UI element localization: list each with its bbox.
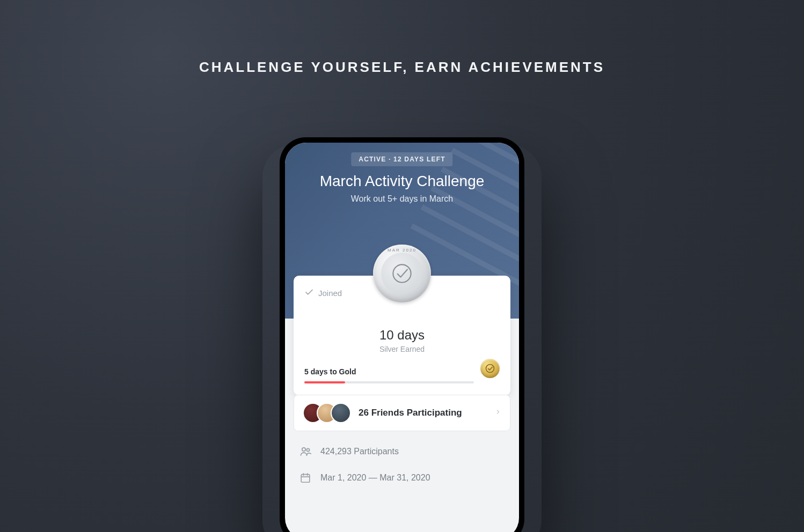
svg-point-0 [393, 264, 411, 282]
svg-point-2 [302, 448, 305, 451]
svg-point-1 [486, 365, 494, 373]
progress-label: 5 days to Gold [304, 367, 500, 376]
promo-headline: CHALLENGE YOURSELF, EARN ACHIEVEMENTS [199, 59, 605, 76]
participants-text: 424,293 Participants [320, 447, 399, 456]
date-range-text: Mar 1, 2020 — Mar 31, 2020 [320, 473, 430, 483]
participants-row: 424,293 Participants [299, 445, 505, 458]
friends-participating-row[interactable]: 26 Friends Participating [294, 395, 510, 431]
progress-section: 5 days to Gold [304, 367, 500, 383]
gold-coin-icon [480, 359, 500, 378]
friends-participating-text: 26 Friends Participating [359, 408, 487, 418]
medal-earned-label: Silver Earned [304, 345, 500, 353]
status-badge: ACTIVE · 12 DAYS LEFT [351, 152, 452, 166]
medal-arc-text: MAR 2020 [388, 248, 416, 253]
phone-screen: ACTIVE · 12 DAYS LEFT March Activity Cha… [285, 143, 519, 532]
joined-label: Joined [318, 289, 342, 298]
days-value: 10 days [304, 328, 500, 343]
avatar [331, 403, 351, 423]
svg-point-3 [306, 448, 309, 451]
date-range-row: Mar 1, 2020 — Mar 31, 2020 [299, 472, 505, 484]
svg-rect-4 [301, 475, 310, 483]
challenge-title: March Activity Challenge [285, 173, 519, 190]
phone-frame: ACTIVE · 12 DAYS LEFT March Activity Cha… [280, 137, 524, 532]
people-icon [299, 445, 312, 458]
calendar-icon [299, 472, 312, 484]
chevron-right-icon [495, 407, 501, 419]
check-icon [304, 287, 314, 299]
progress-track [304, 381, 474, 383]
friend-avatar-stack [303, 403, 351, 423]
challenge-subtitle: Work out 5+ days in March [285, 194, 519, 204]
silver-medal-icon: MAR 2020 [373, 245, 431, 302]
progress-card: Joined MAR 2020 10 days Silver Earned 5 … [294, 276, 510, 395]
progress-fill [304, 381, 345, 383]
